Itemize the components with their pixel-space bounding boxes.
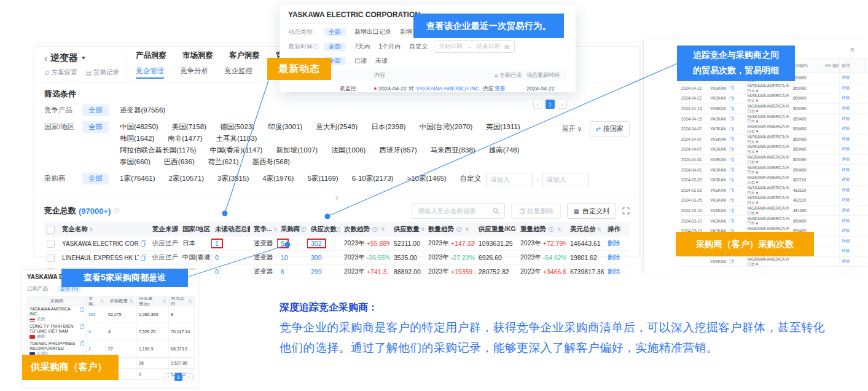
sort-icon[interactable]: ⇅ <box>381 227 385 232</box>
detail-link[interactable]: 详情 <box>842 259 850 264</box>
detail-link[interactable]: 详情 <box>842 197 850 203</box>
table-row[interactable]: YASKAWA ELECTRIC CORPORATIO 供应过产... 日本 1… <box>44 237 630 251</box>
tab[interactable]: 客户洞察 <box>229 50 260 65</box>
buyers-count[interactable]: 5 <box>278 240 287 247</box>
delete-link[interactable]: 删除 <box>608 267 620 276</box>
purchase-times[interactable]: 294 <box>88 312 104 317</box>
country-option[interactable]: 越南(748) <box>489 144 520 156</box>
batch-delete-button[interactable]: 批量删除 <box>511 203 561 219</box>
trade-competitor[interactable]: YASKAWA ELECTRIC CORP... <box>708 136 745 141</box>
all-tag[interactable]: 全部 <box>82 121 109 133</box>
custom-columns-button[interactable]: ▦自定义列 <box>567 203 616 219</box>
page-1-button[interactable]: 1 <box>545 100 555 109</box>
country-option[interactable]: 墨西哥(568) <box>252 156 290 168</box>
country-option[interactable]: 中国(香港)(1147) <box>209 144 262 156</box>
copy-icon[interactable] <box>729 117 741 120</box>
detail-link[interactable]: 详情 <box>842 146 850 152</box>
copy-icon[interactable] <box>729 259 741 263</box>
trade-competitor[interactable]: YASKAWA ELECTRIC CORP... <box>708 188 745 192</box>
trade-buyer[interactable]: YASKAWA AMERICA INC. 日本 <box>745 104 791 114</box>
all-tag[interactable]: 全部 <box>82 173 109 184</box>
search-icon[interactable] <box>493 208 499 215</box>
country-option[interactable]: 土耳其(1183) <box>216 133 257 144</box>
copy-icon[interactable] <box>141 241 145 246</box>
search-input[interactable] <box>417 207 489 215</box>
sort-icon[interactable]: ⇅ <box>465 227 469 232</box>
subtab[interactable]: 竞争分析 <box>180 66 208 79</box>
trade-competitor[interactable]: YASKAWA ELECTRIC CORP... <box>708 147 745 152</box>
filter-option[interactable]: 1个月内 <box>379 42 401 51</box>
supply-times[interactable]: 299 <box>311 268 322 275</box>
detail-link[interactable]: 详情 <box>842 248 850 254</box>
custom-min-input[interactable] <box>486 173 533 186</box>
trade-buyer[interactable]: YASKAWA AMERICA INC. 日本 <box>745 257 791 267</box>
trade-competitor[interactable]: YASKAWA ELECTRIC CORP... <box>708 85 745 90</box>
fullscreen-icon[interactable] <box>622 207 630 215</box>
copy-icon[interactable] <box>729 188 741 192</box>
trade-buyer[interactable]: YASKAWA AMERICA INC. 日本 <box>745 165 791 175</box>
detail-link[interactable]: 详情 <box>842 177 850 183</box>
table-row[interactable]: LINEHAUL EXPRESS HK LTD 供应过产... 中国(香港) 0… <box>44 251 630 265</box>
unread-count[interactable]: 0 <box>215 268 219 275</box>
info-icon[interactable]: ⓘ <box>549 226 554 234</box>
country-option[interactable]: 荷兰(621) <box>208 156 239 168</box>
detail-link[interactable]: 详情 <box>842 75 850 81</box>
competitor-name[interactable]: LINEHAUL EXPRESS HK LTD <box>62 255 139 261</box>
detail-link[interactable]: 详情 <box>842 126 850 132</box>
subtab[interactable]: 竞企监控 <box>224 66 252 79</box>
detail-link[interactable]: 详情 <box>842 218 850 224</box>
prev-page-button[interactable]: ‹ <box>533 100 542 109</box>
detail-link[interactable]: 详情 <box>842 95 850 101</box>
close-icon[interactable]: × <box>850 45 854 54</box>
trade-buyer[interactable]: YASKAWA AMERICA INC. 日本 <box>745 155 791 165</box>
trade-buyer[interactable]: YASKAWA AMERICA INC. 日本 <box>745 114 791 124</box>
buyer-row[interactable]: YASKAWA AMERICA INC. 美国 294 52,275 1,085… <box>28 306 195 323</box>
detail-link[interactable]: 详情 <box>842 157 850 162</box>
country-option[interactable]: 法国(1006) <box>331 144 366 156</box>
sort-icon[interactable]: ⇅ <box>129 299 133 304</box>
calendar-icon[interactable]: ▤ <box>504 43 510 50</box>
info-icon[interactable]: ⓘ <box>301 226 307 234</box>
row-checkbox[interactable] <box>47 240 55 248</box>
tab[interactable]: 市场洞察 <box>182 50 213 65</box>
country-option[interactable]: 印度(3001) <box>268 121 302 133</box>
copy-icon[interactable] <box>80 342 84 346</box>
filter-option[interactable]: 已读 <box>354 57 367 65</box>
trade-buyer[interactable]: YASKAWA AMERICA INC. 日本 <box>745 175 791 185</box>
country-option[interactable]: 日本(2398) <box>371 121 405 133</box>
buyer-count-option[interactable]: 6-10家(2173) <box>352 173 394 184</box>
select-all-checkbox[interactable] <box>47 226 55 234</box>
copy-icon[interactable] <box>729 137 741 141</box>
custom-option[interactable]: 自定义 <box>460 173 482 184</box>
page-1-button[interactable]: 1 <box>174 373 182 381</box>
copy-icon[interactable] <box>141 255 145 260</box>
detail-link[interactable]: 详情 <box>842 136 850 142</box>
filter-option[interactable]: 未读 <box>375 57 388 65</box>
row-checkbox[interactable] <box>47 254 55 262</box>
trade-competitor[interactable]: YASKAWA ELECTRIC CORP... <box>708 178 745 183</box>
copy-icon[interactable] <box>729 86 741 90</box>
purchase-times[interactable]: 4 <box>88 330 104 334</box>
buyer-count-option[interactable]: 2家(10571) <box>169 173 205 184</box>
country-option[interactable]: 南非(1477) <box>168 133 202 144</box>
sort-icon[interactable]: ⇅ <box>89 227 93 232</box>
country-option[interactable]: 英国(1911) <box>486 121 520 133</box>
copy-icon[interactable] <box>80 325 84 328</box>
buyers-count[interactable]: 6 <box>281 268 284 275</box>
caret-down-icon[interactable]: ▼ <box>81 55 86 61</box>
trade-competitor[interactable]: YASKAWA ELECTRIC CORP... <box>708 116 745 121</box>
country-option[interactable]: 韩国(1642) <box>120 133 154 144</box>
detail-link[interactable]: 详情 <box>842 188 850 193</box>
detail-link[interactable]: 详情 <box>842 208 850 213</box>
trade-buyer[interactable]: YASKAWA AMERICA INC. 日本 <box>745 135 791 144</box>
filter-option[interactable]: 逆变器(97556) <box>120 105 165 116</box>
country-option[interactable]: 阿拉伯联合酋长国(1175) <box>120 144 196 156</box>
country-option[interactable]: 泰国(660) <box>120 156 151 168</box>
copy-icon[interactable] <box>729 148 741 151</box>
trade-competitor[interactable]: YASKAWA ELECTRIC CORP... <box>708 218 745 223</box>
trade-buyer[interactable]: YASKAWA AMERICA INC. 日本 <box>745 186 791 196</box>
trade-competitor[interactable]: YASKAWA ELECTRIC CORP... <box>708 157 745 162</box>
next-page-button[interactable]: › <box>558 100 567 109</box>
sort-icon[interactable]: ⇅ <box>597 227 601 232</box>
copy-icon[interactable] <box>729 127 741 131</box>
